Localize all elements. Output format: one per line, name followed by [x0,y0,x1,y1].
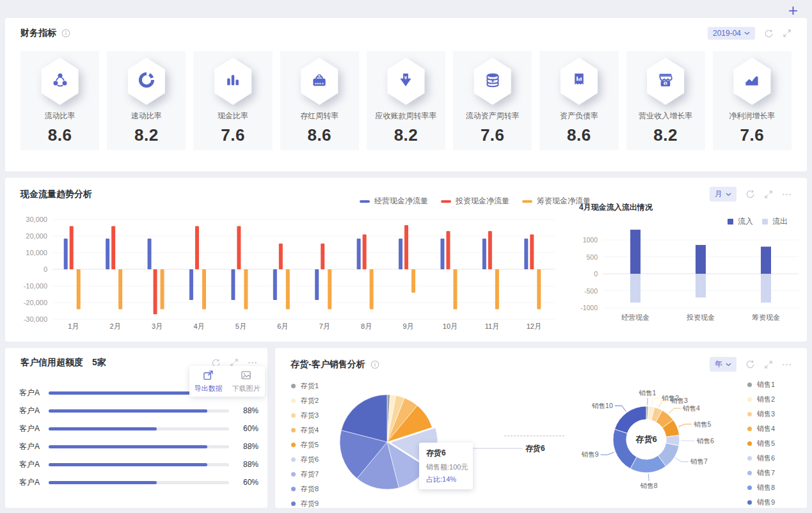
expand-icon[interactable] [764,190,773,199]
ring-chart-icon [138,72,155,91]
bar-投资现金净流量-11月 [488,231,492,269]
donut-slice-label: 销售7 [690,457,708,465]
bar-经营现金净流量-5月 [231,269,235,300]
svg-text:0: 0 [44,265,47,273]
credit-row-label: 客户A [19,388,46,399]
refresh-icon[interactable] [745,359,755,369]
legend-swatch [747,500,752,505]
expand-icon[interactable] [783,29,792,38]
credit-bar-track [49,463,229,466]
legend-label: 存货7 [301,470,319,479]
cashflow-bar-chart: 30,00020,00010,0000-10,000-20,000-30,000… [20,209,571,336]
svg-text:7月: 7月 [319,322,330,330]
svg-text:-500: -500 [584,287,598,295]
store-icon: $ [657,72,674,91]
bar-投资现金净流量-7月 [321,244,324,269]
legend-item[interactable]: 销售8 [747,483,779,493]
expand-icon[interactable] [764,360,773,369]
period-dropdown[interactable]: 2019-04 [708,27,755,40]
bar-筹资现金净流量-11月 [495,269,499,309]
info-icon[interactable] [61,29,70,38]
kpi-value: 8.2 [367,125,445,145]
menu-item-image[interactable]: 下载图片 [232,370,260,393]
sales-panel-title: 存货-客户销售分析 [291,359,365,370]
inventory-legend: 存货1存货2存货3存货4存货5存货6存货7存货8存货9存货10 [291,381,322,513]
menu-item-export[interactable]: 导出数据 [195,370,223,393]
legend-label: 存货5 [301,440,319,450]
bar-筹资现金净流量-4月 [202,269,206,309]
legend-item[interactable]: 存货5 [291,440,322,450]
svg-text:10,000: 10,000 [26,249,47,256]
add-widget-button[interactable]: + [788,1,798,19]
refresh-icon[interactable] [764,29,774,38]
year-value: 年 [715,359,722,370]
legend-item[interactable]: 存货1 [291,381,322,391]
svg-text:30,000: 30,000 [26,216,47,223]
legend-swatch [747,397,752,402]
legend-item[interactable]: 存货9 [291,499,322,509]
legend-item[interactable]: 存货8 [291,484,322,494]
refresh-icon[interactable] [745,189,755,199]
credit-bar-track [49,427,229,430]
cashflow-panel-title: 现金流量趋势分析 [20,189,92,200]
legend-item[interactable]: 销售5 [747,439,779,448]
svg-text:2月: 2月 [110,322,121,330]
bar-筹资现金净流量-3月 [161,269,164,309]
kpi-card-3: 现金比率7.6 [193,51,272,150]
legend-item[interactable]: 销售9 [747,498,779,507]
svg-text:10月: 10月 [443,322,458,330]
bar-经营现金净流量-8月 [357,239,361,269]
more-icon[interactable] [782,360,792,369]
kpi-label: 现金比率 [193,111,272,122]
legend-item[interactable]: 存货4 [291,425,322,435]
bar-经营现金净流量-10月 [440,239,444,269]
year-dropdown[interactable]: 年 [710,357,736,372]
legend-item[interactable]: 存货6 [291,455,322,464]
legend-label: 销售3 [757,409,775,419]
kpi-card-6: ¥流动资产周转率7.6 [453,51,532,150]
bar-投资现金净流量-12月 [530,234,534,269]
legend-label: 销售5 [757,439,775,448]
credit-row: 客户A88% [19,402,259,420]
legend-swatch [291,501,296,506]
donut-slice-销售9 [613,429,637,469]
donut-slice-label: 销售6 [696,437,714,445]
credit-bar-fill [49,463,207,466]
svg-text:-10,000: -10,000 [24,282,47,290]
credit-bar-fill [49,427,157,430]
legend-item[interactable]: 销售2 [747,395,779,404]
legend-item[interactable]: 存货7 [291,470,322,479]
bar-chart-icon [225,72,241,91]
bar-投资现金净流量-9月 [404,225,408,269]
legend-label: 存货3 [301,411,319,420]
legend-item[interactable]: 销售4 [747,424,779,434]
bar-经营现金净流量-3月 [148,239,152,269]
april-inout-chart: 10005000-500-1000经营现金投资现金筹资现金 [573,223,804,331]
granularity-dropdown[interactable]: 月 [710,187,736,201]
legend-item[interactable]: 存货3 [291,411,322,420]
period-value: 2019-04 [713,29,741,38]
legend-item[interactable]: 销售3 [747,409,779,419]
credit-bar-list: 客户A88%客户A88%客户A60%客户A88%客户A88%客户A60% [19,384,259,491]
credit-bar-fill [49,391,207,395]
svg-text:筹资现金: 筹资现金 [752,313,780,321]
svg-text:6月: 6月 [277,322,288,330]
bar-投资现金净流量-4月 [195,226,199,269]
credit-row: 客户A60% [19,420,259,438]
bar-经营现金净流量-11月 [482,239,486,269]
chevron-down-icon [744,31,750,35]
svg-text:5月: 5月 [235,322,246,330]
legend-item[interactable]: 存货2 [291,396,322,406]
legend-item[interactable]: 销售1 [747,380,779,390]
legend-swatch [747,441,752,446]
more-icon[interactable] [782,190,792,199]
legend-label: 存货9 [301,499,319,509]
tooltip-title: 存货6 [426,448,466,459]
legend-item[interactable]: 销售7 [747,468,779,478]
legend-item[interactable]: 销售6 [747,454,779,463]
kpi-card-5: ¥应收账款周转率率8.2 [367,51,445,150]
bar-投资现金净流量-3月 [154,269,157,314]
info-icon[interactable] [370,360,379,369]
svg-text:4月: 4月 [193,322,204,330]
menu-item-label: 下载图片 [232,384,260,393]
